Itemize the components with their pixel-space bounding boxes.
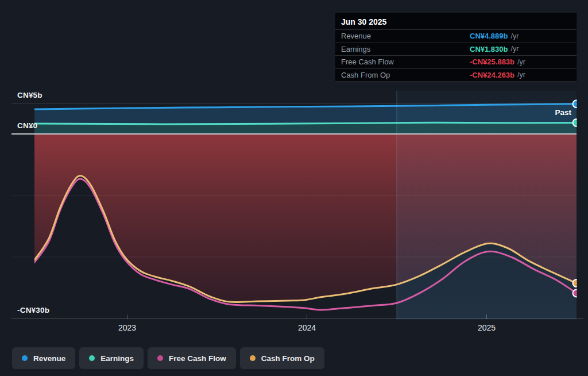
tooltip-row-cash-from-op: Cash From Op -CN¥24.263b /yr: [335, 69, 577, 82]
plot-area: [34, 91, 581, 320]
tooltip-row-value: -CN¥24.263b: [470, 71, 514, 79]
legend-bar: Revenue Earnings Free Cash Flow Cash Fro…: [12, 347, 324, 369]
tooltip-panel: Jun 30 2025 Revenue CN¥4.889b /yr Earnin…: [335, 13, 577, 82]
tooltip-row-value: -CN¥25.883b: [470, 57, 514, 66]
earnings-color-dot-icon: [89, 355, 95, 361]
x-tick-label-2024: 2024: [298, 323, 316, 332]
legend-item-label: Earnings: [100, 354, 134, 363]
revenue-color-dot-icon: [22, 355, 28, 361]
tooltip-row-suffix: /yr: [510, 32, 519, 40]
legend-item-free-cash-flow[interactable]: Free Cash Flow: [148, 347, 236, 369]
legend-item-revenue[interactable]: Revenue: [12, 347, 75, 369]
tooltip-row-revenue: Revenue CN¥4.889b /yr: [335, 30, 577, 43]
legend-item-earnings[interactable]: Earnings: [79, 347, 144, 369]
revenue-end-marker: [573, 100, 581, 108]
legend-item-label: Revenue: [33, 354, 65, 363]
earnings-end-marker: [573, 119, 581, 126]
chart-panel: CN¥5b CN¥0 -CN¥30b 2023 2024 2025 Past J…: [0, 0, 588, 376]
x-tick-label-2023: 2023: [118, 323, 136, 332]
free_cash_flow-end-marker: [573, 289, 581, 297]
tooltip-row-label: Earnings: [341, 45, 470, 53]
tooltip-row-suffix: /yr: [517, 58, 525, 66]
tooltip-row-earnings: Earnings CN¥1.830b /yr: [335, 43, 577, 56]
legend-item-cash-from-op[interactable]: Cash From Op: [240, 347, 324, 369]
cash_from_op-end-marker: [573, 279, 581, 287]
free-cash-flow-color-dot-icon: [157, 355, 163, 361]
tooltip-row-value: CN¥1.830b: [470, 45, 508, 53]
tooltip-row-label: Free Cash Flow: [341, 57, 470, 66]
tooltip-row-free-cash-flow: Free Cash Flow -CN¥25.883b /yr: [335, 56, 577, 69]
y-axis-label-0: CN¥0: [17, 121, 37, 130]
x-tick-label-2025: 2025: [478, 323, 496, 332]
tooltip-row-label: Cash From Op: [341, 71, 470, 79]
tooltip-row-suffix: /yr: [517, 71, 525, 79]
tooltip-row-suffix: /yr: [510, 45, 519, 53]
tooltip-row-label: Revenue: [341, 32, 470, 40]
y-axis-label-5b: CN¥5b: [17, 91, 42, 99]
tooltip-row-value: CN¥4.889b: [470, 32, 508, 40]
tooltip-date: Jun 30 2025: [335, 13, 577, 30]
past-period-label: Past: [546, 108, 571, 117]
y-axis-label-neg30b: -CN¥30b: [17, 306, 49, 314]
legend-item-label: Cash From Op: [261, 354, 315, 363]
cash-from-op-color-dot-icon: [250, 355, 256, 361]
recent-period-highlight: [397, 91, 577, 320]
legend-item-label: Free Cash Flow: [169, 354, 226, 363]
